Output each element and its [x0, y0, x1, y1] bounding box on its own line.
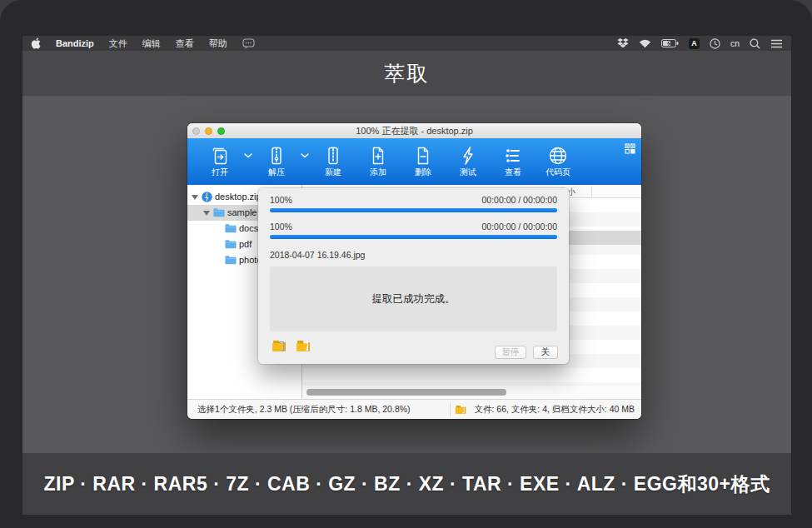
- extract-progress-dialog: 100% 00:00:00 / 00:00:00 100% 00:00:00 /…: [258, 188, 569, 364]
- open-archive-icon: [209, 145, 231, 167]
- close-window-button[interactable]: [192, 127, 200, 135]
- open-dropdown-chevron-icon[interactable]: [242, 153, 254, 158]
- toolbar-button-new[interactable]: 新建: [311, 142, 356, 181]
- archive-summary: 文件: 66, 文件夹: 4, 归档文件大小: 40 MB: [474, 404, 635, 416]
- status-bar: 选择1个文件夹, 2.3 MB (压缩后的尺寸: 1.8 MB, 20.8%) …: [187, 399, 641, 419]
- delete-file-icon: [412, 145, 434, 167]
- supported-formats-text: ZIP · RAR · RAR5 · 7Z · CAB · GZ · BZ · …: [44, 471, 770, 497]
- result-message-box: 提取已成功完成。: [270, 266, 557, 331]
- input-source-icon[interactable]: A: [689, 38, 700, 49]
- toolbar-button-open[interactable]: 打开: [197, 142, 242, 181]
- window-title: 100% 正在提取 - desktop.zip: [187, 125, 641, 137]
- total-progress-time: 00:00:00 / 00:00:00: [482, 195, 558, 205]
- macos-menu-bar: Bandizip 文件 编辑 查看 帮助 A cn: [22, 36, 791, 51]
- apple-menu-icon[interactable]: [31, 37, 41, 49]
- tree-item-label: docs: [239, 223, 258, 233]
- bandizip-window: 100% 正在提取 - desktop.zip 打开 解压: [187, 123, 641, 419]
- file-progress-time: 00:00:00 / 00:00:00: [482, 222, 558, 232]
- file-progress-bar: [270, 235, 557, 239]
- menu-app-name[interactable]: Bandizip: [56, 38, 94, 48]
- feedback-bubble-icon[interactable]: [242, 38, 255, 49]
- toolbar-button-test[interactable]: 测试: [446, 142, 491, 181]
- column-divider[interactable]: [591, 187, 592, 197]
- statusbar-divider: [450, 403, 451, 416]
- extract-zip-icon: [266, 145, 287, 167]
- tree-item-label: sample: [227, 207, 257, 217]
- toolbar-label: 打开: [212, 167, 228, 178]
- total-progress-bar: [270, 208, 557, 212]
- notification-center-icon[interactable]: [770, 39, 783, 48]
- minimize-window-button[interactable]: [205, 127, 212, 135]
- clock-icon[interactable]: [710, 38, 720, 49]
- new-archive-icon: [322, 145, 344, 167]
- total-progress-percent: 100%: [270, 195, 292, 205]
- extract-dropdown-chevron-icon[interactable]: [299, 153, 311, 158]
- toolbar-label: 新建: [325, 167, 341, 178]
- tree-item-label: desktop.zip: [215, 192, 262, 202]
- battery-icon[interactable]: [661, 39, 679, 48]
- file-progress-percent: 100%: [270, 222, 292, 232]
- menu-item-help[interactable]: 帮助: [209, 37, 227, 50]
- zip-archive-icon: [202, 192, 212, 204]
- menu-item-file[interactable]: 文件: [109, 37, 127, 50]
- menu-item-view[interactable]: 查看: [176, 37, 194, 50]
- add-file-icon: [367, 145, 389, 167]
- folder-icon: [225, 255, 237, 266]
- main-toolbar: 打开 解压 新建: [187, 138, 641, 185]
- toolbar-label: 解压: [268, 167, 285, 178]
- toolbar-label: 查看: [505, 167, 521, 178]
- folder-icon: [225, 223, 237, 235]
- horizontal-scrollbar-thumb[interactable]: [306, 389, 506, 396]
- formats-band: ZIP · RAR · RAR5 · 7Z · CAB · GZ · BZ · …: [22, 453, 791, 515]
- open-output-folder-icon[interactable]: [296, 338, 311, 356]
- toolbar-label: 添加: [370, 167, 386, 178]
- disclosure-triangle-icon[interactable]: [203, 211, 210, 216]
- wifi-icon[interactable]: [639, 39, 651, 48]
- toolbar-button-view[interactable]: 查看: [491, 142, 536, 181]
- hero-band: 萃取: [22, 51, 791, 96]
- window-titlebar[interactable]: 100% 正在提取 - desktop.zip: [187, 123, 641, 138]
- current-file-name: 2018-04-07 16.19.46.jpg: [270, 250, 365, 260]
- toolbar-button-delete[interactable]: 删除: [401, 142, 446, 181]
- archive-folder-icon: [455, 403, 467, 416]
- layout-toggle-icon[interactable]: [625, 142, 635, 157]
- folder-icon: [213, 207, 225, 219]
- result-message: 提取已成功完成。: [372, 292, 456, 306]
- toolbar-button-add[interactable]: 添加: [356, 142, 401, 181]
- page-title: 萃取: [385, 60, 430, 87]
- list-view-icon: [502, 145, 524, 167]
- locale-indicator[interactable]: cn: [730, 38, 740, 48]
- horizontal-scrollbar-track[interactable]: [302, 386, 641, 399]
- close-dialog-button[interactable]: 关: [533, 346, 558, 359]
- disclosure-triangle-icon[interactable]: [192, 195, 198, 200]
- display-bezel: Bandizip 文件 编辑 查看 帮助 A cn: [0, 0, 812, 528]
- tree-item-label: pdf: [239, 239, 252, 249]
- dropbox-icon[interactable]: [617, 38, 629, 48]
- toolbar-label: 删除: [415, 167, 431, 178]
- pause-button[interactable]: 暂停: [495, 346, 526, 359]
- globe-codepage-icon: [547, 145, 569, 167]
- toolbar-label: 测试: [460, 167, 476, 178]
- screen: Bandizip 文件 编辑 查看 帮助 A cn: [22, 36, 791, 515]
- open-archive-folder-icon[interactable]: [271, 338, 287, 356]
- folder-icon: [225, 239, 237, 251]
- lightning-test-icon: [457, 145, 479, 167]
- toolbar-button-extract[interactable]: 解压: [254, 142, 299, 181]
- zoom-window-button[interactable]: [217, 127, 225, 135]
- menu-item-edit[interactable]: 编辑: [142, 37, 161, 50]
- selection-summary: 选择1个文件夹, 2.3 MB (压缩后的尺寸: 1.8 MB, 20.8%): [187, 404, 411, 416]
- toolbar-label: 代码页: [545, 167, 570, 178]
- toolbar-button-codepage[interactable]: 代码页: [536, 142, 580, 181]
- spotlight-search-icon[interactable]: [750, 38, 760, 49]
